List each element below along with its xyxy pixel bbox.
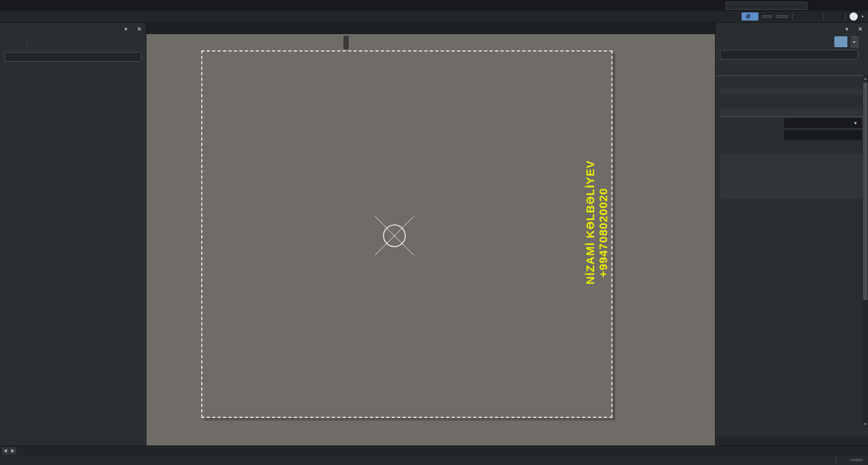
gear-icon[interactable] xyxy=(810,12,820,21)
silkscreen-phone-text: +994708020020 xyxy=(597,188,609,277)
snap-distance-dropdown[interactable]: ▼ xyxy=(784,118,861,128)
panel-dropdown-icon[interactable]: ▾ xyxy=(846,26,848,32)
snap-options-heading[interactable] xyxy=(716,98,863,108)
altium-logo-icon xyxy=(2,1,11,10)
altium-schwa-icon: Ə xyxy=(746,13,750,20)
pcb-board[interactable]: NİZAMİ KƏLBƏLİYEV+994708020020 xyxy=(203,53,610,416)
board-outline-frame: NİZAMİ KƏLBƏLİYEV+994708020020 xyxy=(201,50,612,418)
share-button[interactable] xyxy=(776,15,788,18)
projects-toolbar xyxy=(0,35,146,50)
quick-access-toolbar xyxy=(2,1,111,10)
projects-search-input[interactable] xyxy=(11,54,138,60)
pcb-canvas[interactable]: NİZAMİ KƏLBƏLİYEV+994708020020 xyxy=(146,50,715,445)
panel-close-icon[interactable]: ✕ xyxy=(858,26,863,32)
altium-designer-window: Ə ▾ ▾ xyxy=(0,0,868,465)
properties-panel: ▾ ✕ ▾ xyxy=(715,23,868,445)
scrollbar-thumb[interactable] xyxy=(863,82,867,300)
minimize-button[interactable] xyxy=(812,1,827,10)
redo-icon[interactable] xyxy=(74,1,82,10)
panel-dropdown-icon[interactable]: ▾ xyxy=(125,26,127,32)
global-search-box[interactable] xyxy=(726,2,807,10)
projects-panel: ▾ ✕ xyxy=(0,23,146,445)
objects-for-snapping-table xyxy=(720,116,863,117)
panels-button[interactable] xyxy=(851,459,863,461)
scroll-down-icon[interactable]: ▼ xyxy=(863,422,868,427)
document-tab-bar xyxy=(146,23,715,34)
silkscreen-name-text: NİZAMİ KƏLBƏLİYEV xyxy=(584,160,596,285)
maximize-button[interactable] xyxy=(831,1,846,10)
avatar-dropdown-icon[interactable]: ▾ xyxy=(861,14,864,19)
global-search-input[interactable] xyxy=(732,2,792,9)
tabs-scroll-right-icon[interactable]: ▶ xyxy=(9,447,16,455)
undo-icon[interactable] xyxy=(62,1,71,10)
axis-snap-range-input[interactable] xyxy=(784,130,861,140)
home-icon[interactable] xyxy=(796,12,806,21)
properties-scrollbar[interactable]: ▲ ▼ xyxy=(863,76,868,427)
properties-search-input[interactable] xyxy=(727,51,854,58)
save-all-icon[interactable] xyxy=(26,1,35,10)
object-filter-dropdown[interactable]: ▾ xyxy=(851,36,858,47)
selection-filter-heading[interactable] xyxy=(716,78,863,88)
comment-button[interactable] xyxy=(762,15,772,18)
save-icon[interactable] xyxy=(14,1,23,10)
scroll-up-icon[interactable]: ▲ xyxy=(863,76,868,81)
open-icon[interactable] xyxy=(38,1,47,10)
open-project-icon[interactable] xyxy=(50,1,59,10)
active-bar xyxy=(146,34,715,50)
bottom-bar: ◀ ▶ xyxy=(0,445,868,455)
selection-status-text xyxy=(716,428,868,436)
title-bar xyxy=(0,0,868,11)
editor-area: NİZAMİ KƏLBƏLİYEV+994708020020 xyxy=(146,23,715,445)
board-information-section xyxy=(720,153,863,199)
object-filter-button[interactable] xyxy=(834,36,847,47)
properties-search-box[interactable] xyxy=(720,50,858,60)
user-avatar[interactable] xyxy=(850,12,858,21)
close-button[interactable] xyxy=(851,1,866,10)
projects-search-box[interactable] xyxy=(4,52,142,62)
disconnected-icon xyxy=(828,12,838,21)
panel-close-icon[interactable]: ✕ xyxy=(137,26,142,32)
chevron-down-icon: ▼ xyxy=(853,121,858,126)
board-information-heading[interactable] xyxy=(716,143,863,153)
menu-bar: Ə ▾ xyxy=(0,11,868,23)
tabs-scroll-left-icon[interactable]: ◀ xyxy=(2,447,9,455)
status-bar xyxy=(0,455,868,465)
buy-now-button[interactable]: Ə xyxy=(742,12,758,21)
